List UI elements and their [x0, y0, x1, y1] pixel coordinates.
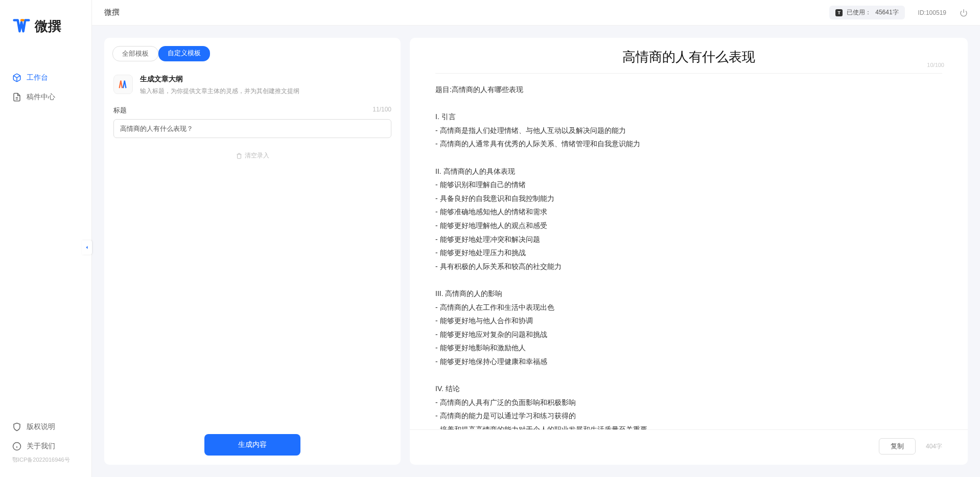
nav-label: 关于我们: [27, 442, 55, 451]
tab-all-templates[interactable]: 全部模板: [112, 46, 158, 61]
power-icon[interactable]: [960, 9, 968, 17]
nav-item-drafts[interactable]: 稿件中心: [0, 87, 91, 107]
cube-icon: [12, 73, 21, 82]
shield-icon: [12, 422, 21, 431]
chevron-left-icon: [84, 244, 90, 251]
title-input[interactable]: [113, 119, 391, 138]
page-title: 微撰: [104, 8, 120, 17]
sidebar-collapse-button[interactable]: [82, 240, 92, 255]
header: 微撰 T 已使用： 45641字 ID:100519: [92, 0, 980, 26]
badge-icon: T: [835, 9, 843, 16]
nav-item-workspace[interactable]: 工作台: [0, 68, 91, 87]
title-label: 标题: [113, 106, 127, 115]
user-id: ID:100519: [918, 9, 946, 16]
usage-badge[interactable]: T 已使用： 45641字: [829, 6, 904, 19]
nav-label: 稿件中心: [27, 93, 55, 102]
brand-name: 微撰: [35, 17, 61, 35]
nav-label: 版权说明: [27, 422, 55, 431]
logo-icon: [12, 18, 31, 35]
tab-custom-templates[interactable]: 自定义模板: [158, 46, 210, 61]
output-body[interactable]: 题目:高情商的人有哪些表现 I. 引言 - 高情商是指人们处理情绪、与他人互动以…: [410, 74, 968, 429]
left-panel: 全部模板 自定义模板 生成文章大纲 输入标题，为你提供文章主体的灵感，并为其创建…: [104, 38, 401, 465]
nav-label: 工作台: [27, 73, 48, 82]
template-icon: [113, 75, 133, 94]
clear-button[interactable]: 清空录入: [113, 151, 391, 160]
template-title: 生成文章大纲: [140, 75, 391, 84]
clear-label: 清空录入: [245, 151, 269, 160]
main-nav: 工作台 稿件中心: [0, 53, 91, 417]
word-count: 404字: [926, 442, 942, 451]
output-title-count: 10/100: [927, 62, 944, 68]
info-icon: [12, 442, 21, 451]
icp-text: 鄂ICP备2022016946号: [0, 456, 91, 467]
output-title: 高情商的人有什么表现: [435, 48, 942, 66]
generate-button[interactable]: 生成内容: [204, 434, 300, 456]
title-char-count: 11/100: [372, 106, 391, 115]
nav-item-about[interactable]: 关于我们: [0, 437, 91, 456]
form-area: 标题 11/100 清空录入: [104, 106, 401, 425]
copy-button[interactable]: 复制: [879, 438, 916, 455]
template-tabs: 全部模板 自定义模板: [104, 38, 401, 66]
nav-item-copyright[interactable]: 版权说明: [0, 417, 91, 437]
right-panel: 高情商的人有什么表现 10/100 题目:高情商的人有哪些表现 I. 引言 - …: [410, 38, 968, 465]
usage-label: 已使用：: [847, 8, 871, 17]
sidebar-bottom: 版权说明 关于我们 鄂ICP备2022016946号: [0, 417, 91, 477]
sidebar: 微撰 工作台 稿件中心 版权说明 关于我们 鄂ICP备2022016946号: [0, 0, 92, 477]
template-desc: 输入标题，为你提供文章主体的灵感，并为其创建推文提纲: [140, 86, 391, 96]
usage-value: 45641字: [875, 8, 898, 17]
logo: 微撰: [0, 0, 91, 53]
template-card: 生成文章大纲 输入标题，为你提供文章主体的灵感，并为其创建推文提纲: [113, 75, 391, 96]
trash-icon: [236, 153, 242, 159]
document-icon: [12, 93, 21, 102]
